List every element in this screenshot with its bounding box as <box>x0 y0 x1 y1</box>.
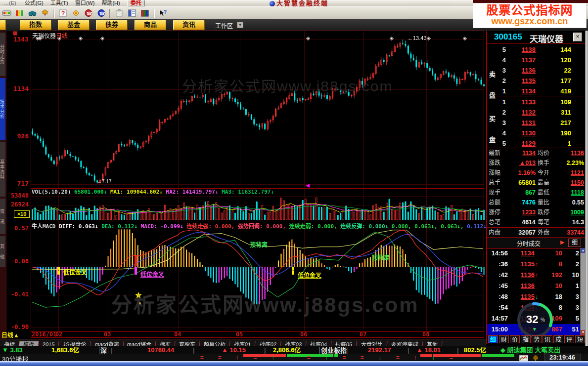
tick-count: 51 <box>564 324 579 335</box>
red-phone-icon[interactable]: ☎ <box>82 7 95 19</box>
stat-row: 最新1134均价1136 <box>487 148 585 158</box>
order-book-row[interactable]: 51138144 <box>487 44 585 55</box>
level-number: 2 <box>498 76 506 86</box>
market-button-clipped[interactable] <box>0 20 6 30</box>
quote-tab-评[interactable]: 评 <box>564 335 574 343</box>
period-badge[interactable]: 日线▲ <box>1 330 19 339</box>
macd-axis-label: 0.08 <box>3 258 29 265</box>
order-book-row[interactable]: 41137120 <box>487 55 585 65</box>
menu-item[interactable]: 帮助(H) <box>98 0 123 6</box>
window-scroll-strip[interactable] <box>585 31 588 361</box>
status-segment: ▼ 3.83 <box>2 347 23 354</box>
workspace-dropdown-icon[interactable]: ▾ <box>237 22 243 28</box>
chart-anchor-icon[interactable] <box>13 31 17 36</box>
menu-item[interactable]: 公式(G) <box>21 0 47 6</box>
status-segment: | <box>193 347 195 354</box>
quote-tab-成[interactable]: 成 <box>553 335 563 343</box>
order-book-row[interactable]: 511291 <box>487 138 585 149</box>
menu-item[interactable]: 工具(T) <box>47 0 72 6</box>
stat-label: 总笔 <box>489 217 500 227</box>
level-volume: 190 <box>539 128 571 138</box>
trend-arrow: ↓ <box>378 354 381 361</box>
status-segment: 1,683.6亿 <box>51 347 79 354</box>
month-label: 2016/01 <box>32 331 57 338</box>
market-button-4[interactable]: 商品 <box>135 20 166 30</box>
indicator-value: DEA: 0.112↓ <box>101 223 140 230</box>
market-button-5[interactable]: 资讯 <box>173 20 205 30</box>
level-price: 1132 <box>510 107 536 118</box>
tick-row[interactable]: :421136↑19210 <box>487 270 580 281</box>
status-segment: | <box>407 347 409 354</box>
close-icon[interactable]: × <box>573 33 582 41</box>
month-label: 04 <box>174 331 181 338</box>
quote-tab-短[interactable]: 短 <box>575 335 585 343</box>
month-label: 02 <box>55 331 62 338</box>
order-book-row[interactable]: 21132311 <box>487 107 585 118</box>
clipboard-icon[interactable] <box>113 7 126 19</box>
level-volume: 217 <box>539 118 571 128</box>
menu-item-partial[interactable]: …(E) <box>0 0 20 6</box>
level-volume: 311 <box>539 107 571 118</box>
month-label: 05 <box>236 331 243 338</box>
stat-label: 内盘 <box>489 228 500 238</box>
quote-tab-细[interactable]: 细 <box>488 335 498 343</box>
tick-detail-button[interactable]: 细 <box>568 239 581 247</box>
quote-tab-势[interactable]: 势 <box>532 335 542 343</box>
left-tab-3[interactable]: 基本资料 <box>0 142 5 197</box>
level-price: 1130 <box>510 128 536 138</box>
menu-item[interactable]: 窗口(W) <box>72 0 98 6</box>
quote-tab-讯[interactable]: 讯 <box>543 335 552 343</box>
tick-time: :48 <box>487 291 508 302</box>
binoculars-icon[interactable] <box>26 7 39 19</box>
banner-url: www.gszx.com.cn <box>473 17 586 26</box>
help-pointer-icon[interactable]: ? <box>156 7 169 19</box>
level-price: 1131 <box>510 118 536 128</box>
svg-text:☎: ☎ <box>99 11 105 16</box>
books-icon[interactable] <box>138 7 151 19</box>
gold-diamond-icon[interactable] <box>69 7 82 19</box>
market-button-2[interactable]: 基金 <box>58 20 90 30</box>
buy-side-label: 买 <box>489 114 496 123</box>
order-book-row[interactable]: 11134419 <box>487 86 585 96</box>
order-book-row[interactable]: 11133109 <box>487 97 585 107</box>
status-segment: 2,806.6亿 <box>273 347 301 354</box>
ad-banner[interactable]: 股票公式指标网 www.gszx.com.cn <box>473 3 587 28</box>
tick-row[interactable]: 14:561134102 <box>487 248 580 259</box>
layout-panel-icon[interactable] <box>126 7 138 19</box>
order-book-row[interactable]: 3113622 <box>487 65 585 76</box>
svg-text:?: ? <box>61 10 65 17</box>
color-bars-icon[interactable] <box>13 7 26 19</box>
broker-button[interactable]: 委托 <box>127 0 145 6</box>
chart-question-icon[interactable]: ? <box>56 7 69 19</box>
quote-tab-价[interactable]: 价 <box>510 335 520 343</box>
quote-tab-指[interactable]: 指 <box>521 335 531 343</box>
blue-phone-icon[interactable]: ☎ <box>95 7 108 19</box>
traffic-light-icon[interactable] <box>0 7 13 19</box>
order-book-row[interactable]: 21135177 <box>487 76 585 86</box>
tick-direction-icon: ↑ <box>535 259 539 270</box>
alarm-bell-icon[interactable] <box>39 7 51 19</box>
banner-title: 股票公式指标网 <box>473 3 586 17</box>
quote-tab-财[interactable]: 财 <box>499 335 509 343</box>
signal-label: 低位金叉 <box>63 268 87 276</box>
order-book-row[interactable]: 31131217 <box>487 118 585 128</box>
stat-row: 总笔4614每笔14.3 <box>487 217 585 227</box>
tick-row[interactable]: :451136101 <box>487 281 580 291</box>
order-book-row[interactable]: 41130190 <box>487 128 585 138</box>
level-number: 1 <box>498 97 506 107</box>
tick-header-label: 分时成交 <box>517 239 541 247</box>
stat-label: 总额 <box>489 198 500 207</box>
status-segment: 10760.44 <box>147 347 174 354</box>
market-button-3[interactable]: 债券 <box>96 20 128 30</box>
tick-row[interactable]: :361135↑82 <box>487 259 580 270</box>
quote-panel: 300165 天瑞仪器 × 51138144411371203113622211… <box>486 31 585 344</box>
stat-label: 均价 <box>538 148 549 158</box>
stat-value: 1150 <box>553 178 584 188</box>
level-price: 1138 <box>510 44 536 55</box>
market-button-1[interactable]: 指数 <box>20 20 51 30</box>
indicator-value: 0.063↓, <box>441 223 467 230</box>
indicator-value: 连续走弱: 0.000, <box>289 223 341 230</box>
level-number: 3 <box>498 118 506 128</box>
tick-more-icon[interactable]: ▶ <box>560 239 564 245</box>
workspace-label[interactable]: 工作区 <box>215 21 233 30</box>
